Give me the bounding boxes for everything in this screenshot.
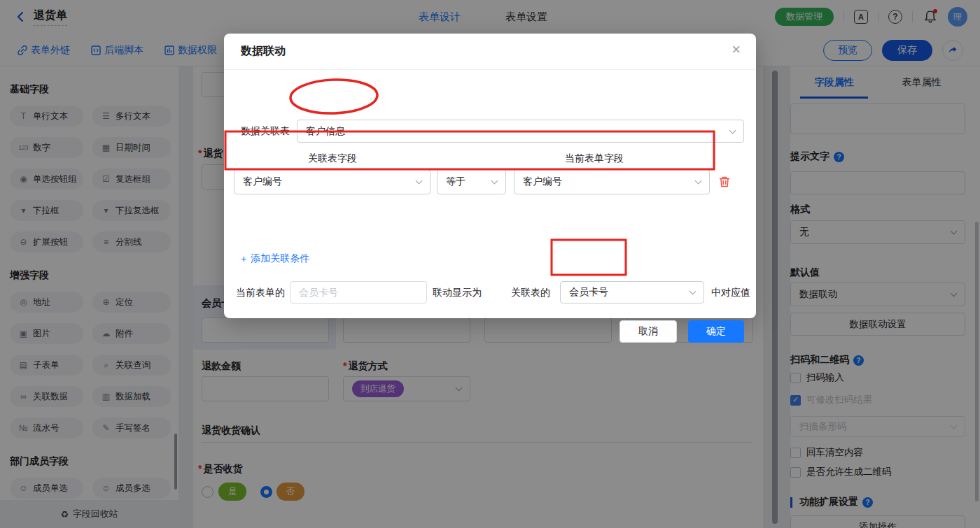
form-designer-app: 退货单 表单设计 表单设置 数据管理 A ? 理 表单外链 xyxy=(0,0,980,528)
current-form-prefix: 当前表单的 xyxy=(236,287,285,299)
confirm-button[interactable]: 确定 xyxy=(688,320,744,343)
condition-operator-value: 等于 xyxy=(446,176,465,188)
add-condition-label: 添加关联条件 xyxy=(251,252,309,265)
condition-right-value: 客户编号 xyxy=(523,176,562,188)
relation-table-prefix: 关联表的 xyxy=(511,287,550,299)
condition-left-select[interactable]: 客户编号 xyxy=(234,169,430,194)
chevron-down-icon xyxy=(729,127,736,134)
plus-icon: + xyxy=(241,253,246,264)
relation-table-label: 数据关联表 xyxy=(241,125,290,138)
close-icon[interactable]: × xyxy=(732,42,741,57)
chevron-down-icon xyxy=(491,178,498,185)
condition-left-value: 客户编号 xyxy=(243,176,282,188)
relation-table-value: 客户信息 xyxy=(306,125,345,138)
condition-operator-select[interactable]: 等于 xyxy=(437,169,506,194)
data-linkage-modal: 数据联动 × 数据关联表 客户信息 关联表字段 当前表单字段 客户编号 等于 客… xyxy=(224,34,756,318)
condition-right-select[interactable]: 客户编号 xyxy=(514,169,710,194)
chevron-down-icon xyxy=(416,178,423,185)
chevron-down-icon xyxy=(695,178,702,185)
add-condition-link[interactable]: + 添加关联条件 xyxy=(241,252,309,265)
chevron-down-icon xyxy=(690,288,696,295)
column-header-relation-field: 关联表字段 xyxy=(308,152,357,165)
cancel-button[interactable]: 取消 xyxy=(620,320,677,343)
relation-table-select[interactable]: 客户信息 xyxy=(297,120,744,143)
display-field-input[interactable] xyxy=(290,281,427,304)
modal-header: 数据联动 × xyxy=(224,34,756,70)
relation-field-value: 会员卡号 xyxy=(569,286,608,299)
modal-title: 数据联动 xyxy=(241,44,286,59)
trash-icon xyxy=(718,176,731,188)
corresponding-value-suffix: 中对应值 xyxy=(711,287,750,299)
modal-body: 数据关联表 客户信息 关联表字段 当前表单字段 客户编号 等于 客户编号 xyxy=(224,70,756,317)
linkage-display-text: 联动显示为 xyxy=(433,287,482,299)
delete-condition-button[interactable] xyxy=(718,176,731,190)
relation-field-select[interactable]: 会员卡号 xyxy=(560,281,704,304)
column-header-current-field: 当前表单字段 xyxy=(565,152,624,165)
